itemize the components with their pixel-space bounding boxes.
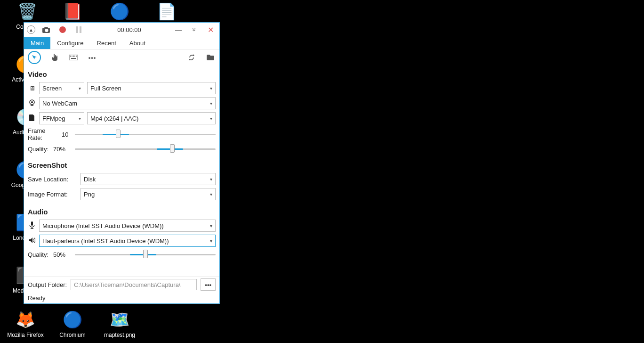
video-source-region-select[interactable]: Full Screen▾ <box>87 82 216 94</box>
screenshot-button[interactable] <box>42 25 51 34</box>
icon-label: maptest.png <box>104 332 135 338</box>
speaker-select[interactable]: Haut-parleurs (Intel SST Audio Device (W… <box>39 235 216 247</box>
video-source-type-select[interactable]: Screen▾ <box>39 82 84 94</box>
svg-rect-5 <box>76 56 77 57</box>
frame-rate-label: Frame Rate: <box>28 127 59 141</box>
svg-rect-0 <box>69 55 78 60</box>
svg-rect-1 <box>70 56 71 57</box>
more-modes-button[interactable]: ••• <box>87 52 97 63</box>
image-format-select[interactable]: Png▾ <box>80 188 216 200</box>
app-icon: 🔵 <box>108 0 131 23</box>
desktop-icon[interactable]: 📕 <box>54 0 91 24</box>
pause-button[interactable] <box>74 25 83 34</box>
app-icon: 📄 <box>155 0 178 23</box>
mode-toolbar: ••• <box>24 49 219 65</box>
icon-label: Chromium <box>59 332 85 338</box>
audio-heading: Audio <box>28 208 216 216</box>
desktop-icon[interactable]: 📄 <box>148 0 185 24</box>
svg-rect-3 <box>73 56 74 57</box>
svg-rect-2 <box>72 56 72 57</box>
desktop-icon[interactable]: 🦊Mozilla Firefox <box>7 308 44 338</box>
svg-rect-4 <box>74 56 75 57</box>
timer-display: 00:00:00 <box>89 26 169 33</box>
microphone-select[interactable]: Microphone (Intel SST Audio Device (WDM)… <box>39 220 216 232</box>
svg-rect-9 <box>31 221 33 226</box>
tab-configure[interactable]: Configure <box>50 37 90 49</box>
audio-quality-value: 50% <box>53 251 72 258</box>
svg-rect-6 <box>71 58 76 59</box>
monitor-icon: 🖥 <box>28 85 36 92</box>
image-format-label: Image Format: <box>28 191 78 198</box>
microphone-icon <box>28 221 36 230</box>
footer: Output Folder: C:\Users\Ticeman\Document… <box>24 277 219 303</box>
output-folder-input[interactable]: C:\Users\Ticeman\Documents\Captura\ <box>71 279 197 290</box>
browse-output-button[interactable]: ••• <box>201 278 216 291</box>
encoder-select[interactable]: FFMpeg▾ <box>39 112 84 124</box>
app-icon: 🗺️ <box>108 308 131 331</box>
video-quality-value: 70% <box>53 146 72 153</box>
desktop-icon[interactable]: 🔵 <box>101 0 138 24</box>
screenshot-heading: ScreenShot <box>28 161 216 169</box>
svg-point-8 <box>31 101 33 103</box>
container-select[interactable]: Mp4 (x264 | AAC)▾ <box>87 112 216 124</box>
icon-label: Mozilla Firefox <box>7 332 43 338</box>
desktop-icon[interactable]: 🔵Chromium <box>54 308 91 338</box>
captura-window: ▲ 00:00:00 — » ✕ MainConfigureRecentAbou… <box>24 22 220 304</box>
desktop-icon[interactable]: 🗺️maptest.png <box>101 308 138 338</box>
frame-rate-value: 10 <box>62 131 72 138</box>
close-button[interactable]: ✕ <box>207 26 214 33</box>
click-mode-button[interactable] <box>49 52 60 63</box>
app-icon: 🗑️ <box>16 0 39 23</box>
output-folder-label: Output Folder: <box>28 281 67 288</box>
file-icon <box>28 114 36 122</box>
expand-button[interactable]: » <box>191 26 198 33</box>
minimize-button[interactable]: — <box>175 26 182 33</box>
save-location-select[interactable]: Disk▾ <box>80 173 216 185</box>
app-icon: 📕 <box>61 0 84 23</box>
webcam-icon <box>28 99 36 107</box>
collapse-button[interactable]: ▲ <box>27 25 35 34</box>
status-bar: Ready <box>24 292 219 303</box>
video-heading: Video <box>28 70 216 78</box>
record-button[interactable] <box>58 25 67 34</box>
tab-recent[interactable]: Recent <box>90 37 123 49</box>
main-panel: Video 🖥 Screen▾ Full Screen▾ No WebCam▾ … <box>24 65 219 277</box>
cursor-mode-button[interactable] <box>28 51 41 64</box>
audio-quality-label: Quality: <box>28 251 50 258</box>
video-quality-slider[interactable] <box>75 144 216 154</box>
open-folder-button[interactable] <box>205 52 216 63</box>
tab-about[interactable]: About <box>123 37 152 49</box>
app-icon: 🔵 <box>61 308 84 331</box>
speaker-icon <box>28 237 36 245</box>
tab-main[interactable]: Main <box>24 37 50 49</box>
webcam-select[interactable]: No WebCam▾ <box>39 97 216 109</box>
tab-bar: MainConfigureRecentAbout <box>24 37 219 49</box>
save-location-label: Save Location: <box>28 176 78 183</box>
app-icon: 🦊 <box>14 308 37 331</box>
video-quality-label: Quality: <box>28 146 50 153</box>
refresh-button[interactable] <box>186 52 197 63</box>
keyboard-mode-button[interactable] <box>68 52 79 63</box>
titlebar: ▲ 00:00:00 — » ✕ <box>24 23 219 37</box>
audio-quality-slider[interactable] <box>75 250 216 259</box>
frame-rate-slider[interactable] <box>75 130 216 139</box>
